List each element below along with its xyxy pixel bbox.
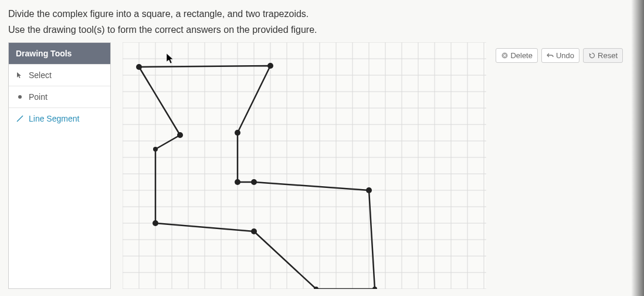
reset-label: Reset [598, 51, 618, 60]
instructions: Divide the complex figure into a square,… [0, 0, 644, 42]
reset-icon [588, 52, 595, 59]
delete-label: Delete [510, 51, 533, 60]
svg-point-47 [235, 179, 240, 185]
canvas-wrap [111, 42, 636, 289]
drawing-canvas[interactable] [123, 42, 486, 289]
svg-point-45 [177, 132, 183, 138]
dot-icon [16, 93, 24, 101]
undo-label: Undo [556, 51, 574, 60]
workspace: Drawing Tools Select Point Line Segment [0, 42, 644, 289]
svg-point-48 [251, 179, 257, 185]
tool-label: Select [29, 70, 52, 80]
tool-label: Point [29, 92, 48, 102]
undo-button[interactable]: Undo [541, 48, 579, 63]
svg-point-42 [136, 64, 142, 70]
grid-svg [123, 42, 486, 289]
drawing-tools-panel: Drawing Tools Select Point Line Segment [8, 42, 111, 289]
action-buttons: Delete Undo Reset [496, 48, 623, 63]
svg-point-0 [18, 95, 22, 99]
svg-point-46 [153, 147, 158, 152]
line-icon [16, 115, 24, 123]
tool-point[interactable]: Point [9, 86, 110, 107]
svg-line-1 [17, 116, 23, 122]
svg-point-52 [372, 287, 377, 289]
svg-point-50 [152, 220, 158, 226]
cursor-icon [16, 71, 24, 79]
tool-select[interactable]: Select [9, 64, 110, 86]
tool-label: Line Segment [29, 114, 79, 123]
tools-header: Drawing Tools [9, 43, 110, 64]
undo-icon [547, 52, 554, 59]
reset-button[interactable]: Reset [583, 48, 623, 63]
instruction-line-1: Divide the complex figure into a square,… [8, 6, 636, 22]
tool-line-segment[interactable]: Line Segment [9, 107, 110, 129]
delete-icon [501, 52, 508, 59]
instruction-line-2: Use the drawing tool(s) to form the corr… [8, 22, 636, 38]
delete-button[interactable]: Delete [496, 48, 538, 63]
svg-line-41 [139, 67, 180, 135]
svg-point-51 [251, 228, 257, 234]
svg-point-43 [267, 63, 273, 69]
svg-point-44 [235, 130, 240, 136]
pointer-cursor-icon [166, 53, 175, 67]
svg-point-49 [366, 187, 372, 193]
